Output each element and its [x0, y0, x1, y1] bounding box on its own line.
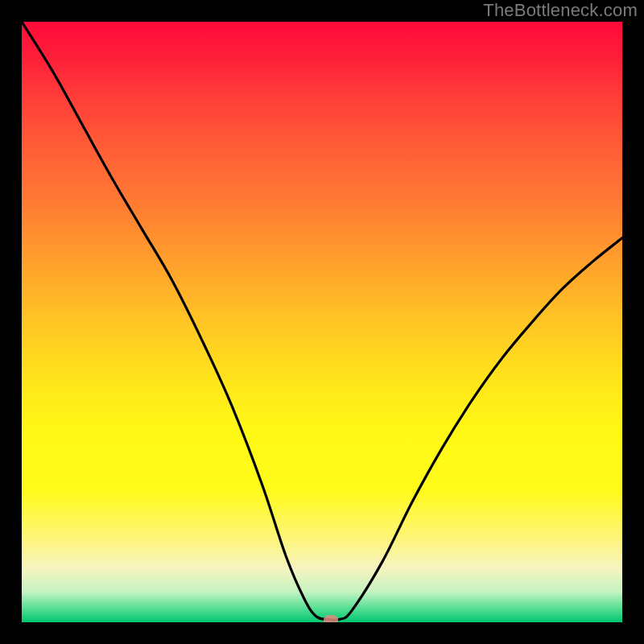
- plot-area: [22, 22, 622, 622]
- curve-layer: [22, 22, 622, 622]
- chart-frame: TheBottleneck.com: [0, 0, 644, 644]
- watermark-text: TheBottleneck.com: [483, 0, 638, 21]
- optimum-marker: [324, 615, 338, 622]
- bottleneck-curve: [22, 22, 622, 620]
